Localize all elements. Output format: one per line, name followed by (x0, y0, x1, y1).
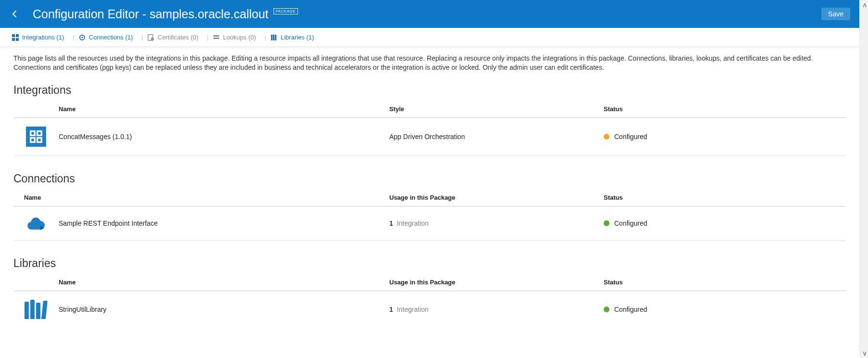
library-icon (25, 300, 48, 319)
page-header: Configuration Editor - samples.oracle.ca… (0, 0, 859, 28)
svg-point-7 (151, 38, 154, 40)
connection-usage-label: Integration (395, 219, 429, 227)
scroll-down-icon[interactable]: ∨ (862, 349, 867, 357)
status-dot-configured-icon (604, 220, 609, 226)
tab-certificates[interactable]: Certificates (0) (147, 34, 198, 41)
svg-rect-12 (275, 35, 276, 40)
page-title: Configuration Editor - samples.oracle.ca… (33, 7, 269, 21)
svg-point-18 (38, 132, 41, 135)
th-usage: Usage in this Package (389, 194, 604, 201)
resource-tabs: Integrations (1) | Connections (1) | Cer… (0, 28, 859, 47)
status-dot-configured-icon (604, 134, 609, 140)
svg-point-19 (31, 139, 34, 141)
svg-point-5 (81, 37, 83, 38)
svg-rect-9 (213, 38, 219, 39)
tab-lookups[interactable]: Lookups (0) (212, 34, 256, 41)
section-heading-libraries: Libraries (13, 257, 846, 270)
svg-rect-1 (16, 34, 19, 37)
connections-header-row: Name Usage in this Package Status (13, 190, 846, 206)
connection-status: Configured (614, 219, 647, 227)
integrations-header-row: Name Style Status (13, 102, 846, 118)
svg-rect-10 (271, 35, 273, 40)
tab-integrations[interactable]: Integrations (1) (12, 34, 64, 41)
section-heading-connections: Connections (13, 172, 846, 185)
lookups-icon (212, 34, 220, 41)
svg-rect-3 (16, 38, 19, 41)
integration-style: App Driven Orchestration (389, 133, 604, 141)
connection-usage-count: 1 (389, 219, 393, 227)
library-status: Configured (614, 306, 647, 313)
tab-lookups-label: Lookups (0) (223, 34, 256, 41)
connections-icon (78, 34, 86, 41)
tab-libraries-label: Libraries (1) (281, 34, 314, 41)
svg-rect-11 (273, 35, 274, 40)
th-status: Status (604, 279, 846, 286)
svg-rect-2 (12, 38, 15, 41)
svg-point-17 (31, 132, 34, 135)
tab-connections[interactable]: Connections (1) (78, 34, 133, 41)
th-status: Status (604, 105, 846, 113)
tab-integrations-label: Integrations (1) (22, 34, 64, 41)
th-usage: Usage in this Package (389, 279, 604, 286)
section-heading-integrations: Integrations (13, 84, 846, 97)
cloud-icon (26, 215, 46, 231)
table-row[interactable]: Sample REST Endpoint Interface 1 Integra… (13, 206, 846, 241)
integrations-icon (12, 34, 19, 41)
back-button[interactable] (9, 8, 21, 20)
libraries-icon (270, 34, 278, 41)
th-name: Name (24, 194, 344, 201)
connection-name: Sample REST Endpoint Interface (59, 219, 389, 227)
save-button[interactable]: Save (821, 7, 851, 21)
page-description: This page lists all the resources used b… (13, 54, 846, 72)
library-usage-label: Integration (395, 306, 429, 313)
tab-connections-label: Connections (1) (89, 34, 133, 41)
scrollbar-track[interactable]: ∧ ∨ (859, 0, 868, 358)
th-status: Status (604, 194, 846, 201)
certificates-icon (147, 34, 155, 41)
scroll-up-icon[interactable]: ∧ (862, 1, 867, 9)
library-usage-count: 1 (389, 306, 393, 313)
th-name: Name (59, 279, 389, 286)
status-dot-configured-icon (604, 307, 609, 312)
library-name: StringUtilLibrary (59, 306, 389, 313)
integration-name: ConcatMessages (1.0.1) (59, 133, 389, 141)
svg-rect-0 (12, 34, 15, 37)
libraries-header-row: Name Usage in this Package Status (13, 275, 846, 291)
table-row[interactable]: StringUtilLibrary 1 Integration Configur… (13, 291, 846, 328)
package-badge: PACKAGE (273, 8, 298, 14)
table-row[interactable]: ConcatMessages (1.0.1) App Driven Orches… (13, 118, 846, 156)
integration-status: Configured (614, 133, 647, 141)
svg-rect-8 (213, 35, 219, 37)
integration-icon (26, 127, 46, 147)
page-body: This page lists all the resources used b… (0, 47, 859, 358)
th-style: Style (389, 105, 604, 113)
th-name: Name (59, 105, 389, 113)
tab-libraries[interactable]: Libraries (1) (270, 34, 314, 41)
tab-certificates-label: Certificates (0) (158, 34, 198, 41)
svg-point-20 (38, 139, 41, 141)
